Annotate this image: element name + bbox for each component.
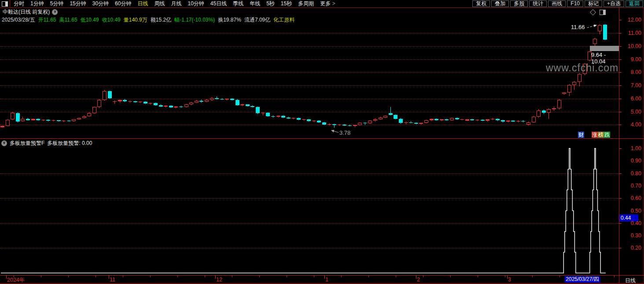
badge-财[interactable]: 财	[578, 132, 584, 138]
month-tick	[416, 276, 416, 279]
week-tick	[559, 276, 560, 277]
axis-label: 9.00	[631, 56, 641, 63]
week-tick	[478, 276, 478, 277]
candle	[465, 119, 469, 120]
week-tick	[341, 276, 342, 277]
candle	[276, 116, 280, 117]
axis-tick	[619, 198, 622, 199]
period-tab-5分钟[interactable]: 5分钟	[50, 0, 64, 7]
candle	[506, 121, 510, 122]
candle	[526, 122, 530, 125]
candle	[184, 104, 188, 107]
period-tab-45日线[interactable]: 45日线	[210, 0, 227, 7]
candle	[46, 120, 50, 121]
toolbar-button-返回[interactable]: 返回	[626, 0, 643, 7]
candle	[496, 119, 500, 121]
period-tab-10分钟[interactable]: 10分钟	[188, 0, 204, 7]
candle	[240, 104, 244, 105]
week-tick	[232, 276, 232, 277]
period-tab-30分钟[interactable]: 30分钟	[92, 0, 109, 7]
toolbar-button-F10[interactable]: F10	[567, 0, 583, 7]
candle	[338, 125, 342, 125]
toolbar-button-标记[interactable]: 标记	[585, 0, 602, 7]
main-candlestick-chart[interactable]: 11.66 9.64 - 10.04 3.78 www.cfchi.com 财涨…	[0, 23, 619, 138]
quote-field: 高11.65	[59, 17, 77, 23]
candle	[179, 107, 183, 107]
badge-涨[interactable]: 涨	[592, 132, 598, 138]
toolbar-button-复权[interactable]: 复权	[472, 0, 490, 7]
axis-tick	[619, 99, 622, 99]
quick-link-badges: 财涨榜跌	[578, 132, 610, 138]
candle	[470, 119, 474, 120]
axis-label: 0.70	[631, 183, 641, 189]
axis-label: 6.00	[631, 96, 641, 102]
month-label: 3	[508, 277, 511, 283]
axis-tick	[619, 20, 622, 20]
period-tab-日线[interactable]: 日线	[137, 0, 148, 7]
panel-separator	[0, 138, 644, 139]
chevron-down-icon[interactable]: ∨	[52, 9, 58, 15]
candle	[353, 125, 357, 125]
period-tab-15分钟[interactable]: 15分钟	[70, 0, 86, 7]
axis-tick	[619, 72, 622, 73]
period-tab-1分钟[interactable]: 1分钟	[30, 0, 44, 7]
period-tab-5秒[interactable]: 5秒	[266, 0, 275, 7]
period-tab-月线[interactable]: 月线	[171, 0, 181, 7]
period-tab-季线[interactable]: 季线	[233, 0, 243, 7]
toolbar-button-统计[interactable]: 统计	[529, 0, 547, 7]
top-toolbar: 分时1分钟5分钟15分钟30分钟60分钟日线周线月线10分钟45日线季线年线5秒…	[0, 0, 644, 8]
toolbar-button-叠加[interactable]: 叠加	[491, 0, 509, 7]
stock-chart-window: 分时1分钟5分钟15分钟30分钟60分钟日线周线月线10分钟45日线季线年线5秒…	[0, 0, 644, 284]
period-tab-年线[interactable]: 年线	[250, 0, 260, 7]
candle	[271, 116, 275, 117]
period-tab-周线[interactable]: 周线	[154, 0, 165, 7]
diamond-icon[interactable]	[590, 9, 596, 15]
badge-跌[interactable]: 跌	[604, 132, 610, 138]
period-tab-更多 >[interactable]: 更多 >	[320, 0, 335, 7]
candle	[399, 119, 403, 123]
month-label: 11	[110, 277, 115, 283]
window-edge	[643, 7, 644, 284]
toolbar-button-+自选[interactable]: +自选	[604, 0, 624, 7]
candle	[450, 118, 454, 120]
candle	[230, 99, 234, 100]
period-tab-分时[interactable]: 分时	[14, 0, 24, 7]
period-tab-15秒[interactable]: 15秒	[281, 0, 292, 7]
candle	[516, 121, 520, 122]
week-tick	[396, 276, 396, 277]
candle	[67, 121, 71, 121]
axis-border	[619, 7, 619, 284]
indicator-readout: 多板放量预警: 0.00	[47, 140, 92, 147]
candle	[342, 125, 346, 125]
candle	[205, 100, 209, 102]
axis-label: 12.00	[628, 17, 641, 23]
candle	[62, 121, 66, 121]
axis-label: 1.00	[631, 145, 641, 151]
candle	[379, 118, 383, 119]
candle	[287, 118, 291, 118]
week-tick	[205, 276, 205, 277]
candle	[154, 103, 158, 105]
week-tick	[614, 276, 615, 277]
candle	[189, 103, 193, 105]
side-panel-icon[interactable]	[600, 10, 606, 15]
toolbar-button-画线[interactable]: 画线	[548, 0, 566, 7]
corner-icons	[591, 10, 606, 15]
indicator-header: ∨ 多板放量预警F 多板放量预警: 0.00	[1, 140, 92, 146]
week-tick	[532, 276, 533, 277]
period-tab-60分钟[interactable]: 60分钟	[115, 0, 131, 7]
time-axis: 2025/03/27/四 2024年1112123	[0, 276, 619, 283]
indicator-panel[interactable]	[0, 146, 619, 275]
candle	[246, 104, 250, 106]
toolbar-button-多股[interactable]: 多股	[510, 0, 528, 7]
candle	[475, 120, 479, 120]
candle	[358, 123, 362, 125]
week-tick	[177, 276, 178, 277]
axis-label: 10.00	[628, 43, 641, 49]
period-tab-多周期[interactable]: 多周期	[298, 0, 314, 7]
chevron-down-icon[interactable]: ∨	[1, 140, 7, 146]
badge-榜[interactable]: 榜	[598, 132, 604, 138]
window-icon[interactable]	[2, 1, 8, 7]
candle	[567, 85, 571, 92]
week-tick	[96, 276, 96, 277]
